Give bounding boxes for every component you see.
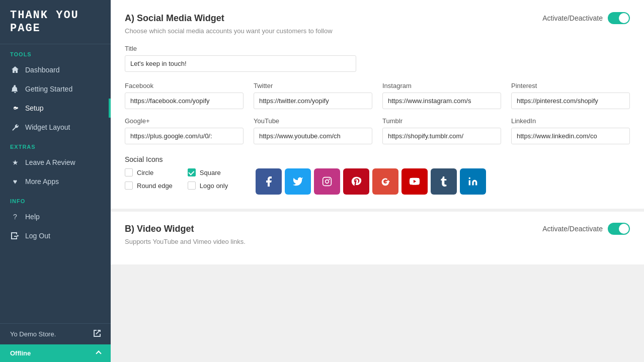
app-title: THANK YOU PAGE xyxy=(10,9,101,36)
social-icons-label: Social Icons xyxy=(125,155,630,163)
social-widget-desc: Choose which social media accounts you w… xyxy=(125,27,630,35)
logout-icon xyxy=(10,231,20,241)
googleplus-label: Google+ xyxy=(125,117,244,125)
twitter-label: Twitter xyxy=(254,82,372,89)
linkedin-field: LinkedIn xyxy=(511,117,630,144)
social-preview-instagram[interactable] xyxy=(314,168,340,195)
setup-label: Setup xyxy=(25,104,44,112)
star-icon: ★ xyxy=(10,157,20,167)
info-section-label: Info xyxy=(0,191,111,207)
video-widget-desc: Supports YouTube and Vimeo video links. xyxy=(125,238,630,245)
square-checkbox[interactable] xyxy=(188,168,196,176)
social-url-grid: Facebook Twitter Instagram Pinterest Goo… xyxy=(125,82,630,144)
logo-only-option[interactable]: Logo only xyxy=(188,182,235,190)
social-activate-toggle[interactable] xyxy=(608,12,630,24)
sidebar-item-help[interactable]: ? Help xyxy=(0,207,111,226)
title-input[interactable] xyxy=(125,55,356,72)
social-icons-preview xyxy=(256,168,486,195)
facebook-label: Facebook xyxy=(125,82,244,89)
icon-options-grid: Circle Square Round edge Logo only xyxy=(125,168,235,190)
sidebar-item-getting-started[interactable]: Getting Started xyxy=(0,79,111,99)
googleplus-input[interactable] xyxy=(125,128,244,144)
social-preview-linkedin[interactable] xyxy=(460,168,486,195)
tumblr-field: Tumblr xyxy=(382,117,501,144)
youtube-input[interactable] xyxy=(254,128,372,144)
sidebar-item-more-apps[interactable]: ♥ More Apps xyxy=(0,172,111,191)
svg-point-1 xyxy=(325,180,329,184)
question-icon: ? xyxy=(10,212,20,222)
social-preview-youtube[interactable] xyxy=(401,168,428,195)
leave-review-label: Leave A Review xyxy=(25,158,75,166)
social-preview-facebook[interactable] xyxy=(256,168,282,195)
video-widget-title: B) Video Widget xyxy=(125,224,194,234)
social-activate-container: Activate/Deactivate xyxy=(542,12,630,24)
svg-point-3 xyxy=(468,177,470,179)
round-edge-checkbox[interactable] xyxy=(125,182,133,190)
video-activate-toggle[interactable] xyxy=(608,223,630,235)
social-activate-label: Activate/Deactivate xyxy=(542,14,603,22)
sidebar-item-setup[interactable]: Setup xyxy=(0,99,111,118)
bell-icon xyxy=(10,84,20,94)
logo-only-label: Logo only xyxy=(200,182,228,190)
instagram-field: Instagram xyxy=(382,82,501,109)
sidebar-item-leave-review[interactable]: ★ Leave A Review xyxy=(0,153,111,172)
youtube-field: YouTube xyxy=(254,117,372,144)
video-widget-header: B) Video Widget Activate/Deactivate xyxy=(125,223,630,235)
square-label: Square xyxy=(200,169,221,176)
sidebar-item-logout[interactable]: Log Out xyxy=(0,226,111,245)
store-name: Yo Demo Store. xyxy=(10,330,56,338)
social-icons-options: Circle Square Round edge Logo only xyxy=(125,168,630,195)
square-option[interactable]: Square xyxy=(188,168,235,176)
external-link-icon[interactable] xyxy=(94,330,101,338)
social-preview-twitter[interactable] xyxy=(285,168,311,195)
sidebar-item-widget-layout[interactable]: Widget Layout xyxy=(0,118,111,137)
wrench-icon xyxy=(10,122,20,132)
instagram-input[interactable] xyxy=(382,93,501,109)
widget-layout-label: Widget Layout xyxy=(25,123,70,131)
sidebar-item-dashboard[interactable]: Dashboard xyxy=(0,60,111,79)
logout-label: Log Out xyxy=(25,232,50,240)
twitter-field: Twitter xyxy=(254,82,372,109)
extras-section-label: Extras xyxy=(0,137,111,153)
getting-started-label: Getting Started xyxy=(25,85,72,93)
video-activate-label: Activate/Deactivate xyxy=(542,225,603,233)
chevron-up-icon xyxy=(97,349,101,357)
app-logo: THANK YOU PAGE xyxy=(0,0,111,44)
tumblr-label: Tumblr xyxy=(382,117,501,125)
home-icon xyxy=(10,65,20,75)
facebook-field: Facebook xyxy=(125,82,244,109)
circle-label: Circle xyxy=(137,169,153,176)
tools-section-label: Tools xyxy=(0,44,111,60)
svg-point-2 xyxy=(329,178,330,180)
googleplus-field: Google+ xyxy=(125,117,244,144)
social-preview-tumblr[interactable] xyxy=(431,168,457,195)
social-widget-header: A) Social Media Widget Activate/Deactiva… xyxy=(125,12,630,24)
pinterest-input[interactable] xyxy=(511,93,630,109)
twitter-input[interactable] xyxy=(254,93,372,109)
tumblr-input[interactable] xyxy=(382,128,501,144)
store-bar: Yo Demo Store. xyxy=(0,323,111,344)
sidebar: THANK YOU PAGE Tools Dashboard Getting S… xyxy=(0,0,111,362)
social-preview-pinterest[interactable] xyxy=(343,168,369,195)
linkedin-input[interactable] xyxy=(511,128,630,144)
round-edge-option[interactable]: Round edge xyxy=(125,182,173,190)
video-widget-card: B) Video Widget Activate/Deactivate Supp… xyxy=(111,212,644,264)
circle-checkbox[interactable] xyxy=(125,168,133,176)
offline-label: Offline xyxy=(10,349,31,357)
svg-rect-0 xyxy=(323,177,331,186)
social-preview-googleplus[interactable] xyxy=(372,168,398,195)
circle-option[interactable]: Circle xyxy=(125,168,173,176)
heart-icon: ♥ xyxy=(10,176,20,187)
social-widget-title: A) Social Media Widget xyxy=(125,13,224,24)
video-activate-container: Activate/Deactivate xyxy=(542,223,630,235)
facebook-input[interactable] xyxy=(125,93,244,109)
pinterest-label: Pinterest xyxy=(511,82,630,89)
title-field-container: Title xyxy=(125,45,356,72)
linkedin-label: LinkedIn xyxy=(511,117,630,125)
logo-only-checkbox[interactable] xyxy=(188,182,196,190)
gear-icon xyxy=(10,103,20,113)
offline-bar[interactable]: Offline xyxy=(0,344,111,362)
main-content: A) Social Media Widget Activate/Deactiva… xyxy=(111,0,644,362)
social-icons-section: Social Icons Circle Square Round edge xyxy=(125,155,630,195)
help-label: Help xyxy=(25,213,40,221)
